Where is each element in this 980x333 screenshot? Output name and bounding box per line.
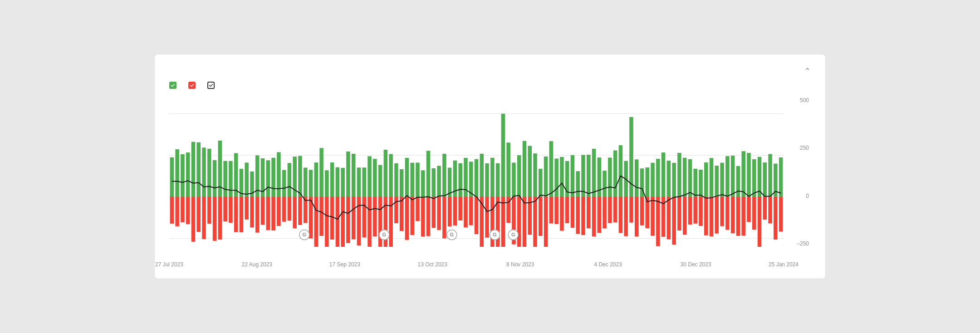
legend-item-lost — [188, 82, 198, 89]
chart-container — [169, 97, 784, 247]
chart-card: ⌃ 500 250 0 –250 — [154, 54, 826, 279]
x-label: 25 Jan 2024 — [769, 261, 799, 268]
x-label: 22 Aug 2023 — [242, 261, 272, 268]
x-label: 8 Nov 2023 — [506, 261, 534, 268]
y-label-500: 500 — [800, 97, 809, 103]
y-label-0: 0 — [806, 193, 809, 199]
y-label-250: 250 — [800, 145, 809, 151]
chart-canvas — [169, 97, 784, 247]
x-label: 27 Jul 2023 — [155, 261, 183, 268]
x-label: 30 Dec 2023 — [681, 261, 711, 268]
y-axis: 500 250 0 –250 — [786, 97, 811, 247]
legend-item-change — [207, 82, 217, 89]
legend-item-new — [169, 82, 179, 89]
collapse-button[interactable]: ⌃ — [804, 67, 811, 75]
x-axis: 27 Jul 202322 Aug 202317 Sep 202313 Oct … — [169, 247, 784, 269]
y-label-neg250: –250 — [797, 240, 809, 247]
x-label: 4 Dec 2023 — [594, 261, 622, 268]
card-header: ⌃ — [169, 67, 811, 75]
x-label: 13 Oct 2023 — [418, 261, 447, 268]
legend — [169, 82, 811, 89]
legend-checkbox-lost — [188, 82, 196, 89]
chart-area: 500 250 0 –250 27 Jul 202322 Aug 202317 … — [169, 97, 811, 269]
legend-checkbox-new — [169, 82, 176, 89]
legend-checkbox-change — [207, 82, 215, 89]
x-label: 17 Sep 2023 — [329, 261, 360, 268]
